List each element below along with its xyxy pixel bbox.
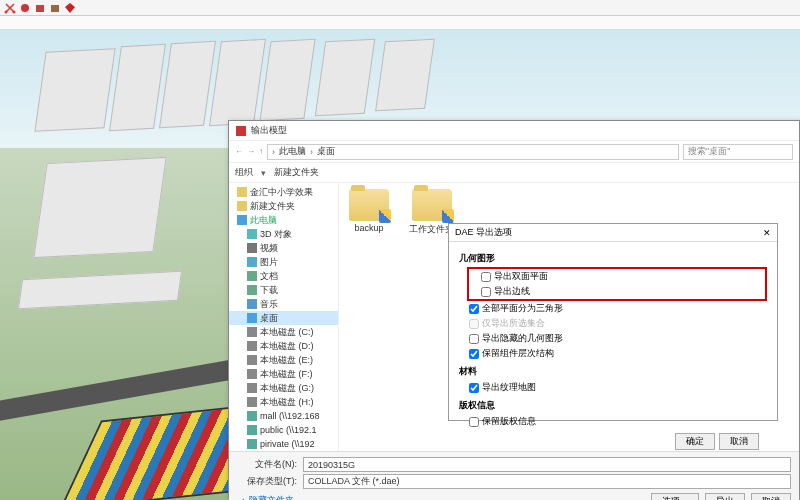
search-input[interactable]: 搜索"桌面" — [683, 144, 793, 160]
tree-item[interactable]: 下载 — [229, 283, 338, 297]
opts-cancel-button[interactable]: 取消 — [719, 433, 759, 450]
tree-label: 本地磁盘 (G:) — [260, 382, 314, 395]
tree-item[interactable]: 金汇中小学效果 — [229, 185, 338, 199]
block2-icon[interactable] — [49, 2, 61, 14]
tree-label: 音乐 — [260, 298, 278, 311]
folder-icon — [237, 201, 247, 211]
tree-item[interactable]: 桌面 — [229, 311, 338, 325]
filename-label: 文件名(N): — [237, 458, 297, 471]
tree-item[interactable]: 本地磁盘 (E:) — [229, 353, 338, 367]
tree-label: mall (\\192.168 — [260, 411, 320, 421]
tree-item[interactable]: 本地磁盘 (C:) — [229, 325, 338, 339]
hide-folders-link[interactable]: ▴ 隐藏文件夹 — [241, 494, 294, 500]
filetype-label: 保存类型(T): — [237, 475, 297, 488]
desktop-icon — [247, 313, 257, 323]
breadcrumb[interactable]: › 此电脑 › 桌面 — [267, 144, 679, 160]
opt-selection-only[interactable]: 仅导出所选集合 — [459, 316, 767, 331]
options-button[interactable]: 选项... — [651, 493, 699, 500]
file-item[interactable]: backup — [349, 189, 389, 233]
tree-item[interactable]: 3D 对象 — [229, 227, 338, 241]
tree-item[interactable]: mall (\\192.168 — [229, 409, 338, 423]
svg-rect-4 — [51, 5, 59, 12]
section-material: 材料 — [459, 365, 767, 378]
opts-ok-button[interactable]: 确定 — [675, 433, 715, 450]
tree-item[interactable]: 本地磁盘 (D:) — [229, 339, 338, 353]
net-icon — [247, 439, 257, 449]
app-icon — [235, 125, 247, 137]
folder-icon — [349, 189, 389, 221]
tree-label: 本地磁盘 (D:) — [260, 340, 314, 353]
folder-icon — [237, 187, 247, 197]
tree-label: 本地磁盘 (C:) — [260, 326, 314, 339]
opt-hierarchy[interactable]: 保留组件层次结构 — [459, 346, 767, 361]
dialog-title: 输出模型 — [251, 124, 287, 137]
opt-hidden-geom[interactable]: 导出隐藏的几何图形 — [459, 331, 767, 346]
organize-menu[interactable]: 组织 — [235, 166, 253, 179]
tree-item[interactable]: public (\\192.1 — [229, 423, 338, 437]
dl-icon — [247, 285, 257, 295]
tree-label: public (\\192.1 — [260, 425, 317, 435]
tree-item[interactable]: 此电脑 — [229, 213, 338, 227]
cancel-button[interactable]: 取消 — [751, 493, 791, 500]
breadcrumb-seg[interactable]: 此电脑 — [279, 145, 306, 158]
main-toolbar — [0, 0, 800, 16]
newfolder-button[interactable]: 新建文件夹 — [274, 166, 319, 179]
folder-tree[interactable]: 金汇中小学效果新建文件夹此电脑3D 对象视频图片文档下载音乐桌面本地磁盘 (C:… — [229, 183, 339, 451]
tree-item[interactable]: 图片 — [229, 255, 338, 269]
disk-icon — [247, 397, 257, 407]
titlebar: 输出模型 — [229, 121, 799, 141]
doc-icon — [247, 271, 257, 281]
tree-label: 金汇中小学效果 — [250, 186, 313, 199]
tree-label: 本地磁盘 (F:) — [260, 368, 313, 381]
block-icon[interactable] — [34, 2, 46, 14]
net-icon — [247, 411, 257, 421]
tree-label: 视频 — [260, 242, 278, 255]
tree-label: 新建文件夹 — [250, 200, 295, 213]
dialog-footer: 文件名(N): 20190315G 保存类型(T): COLLADA 文件 (*… — [229, 451, 799, 500]
file-label: backup — [349, 223, 389, 233]
opt-textures[interactable]: 导出纹理地图 — [459, 380, 767, 395]
secondary-toolbar — [0, 16, 800, 30]
opt-credits[interactable]: 保留版权信息 — [459, 414, 767, 429]
opt-edges[interactable]: 导出边线 — [471, 284, 763, 299]
breadcrumb-seg[interactable]: 桌面 — [317, 145, 335, 158]
disk-icon — [247, 341, 257, 351]
tree-item[interactable]: 本地磁盘 (G:) — [229, 381, 338, 395]
export-button[interactable]: 导出 — [705, 493, 745, 500]
gem-icon[interactable] — [64, 2, 76, 14]
nav-fwd-icon[interactable]: → — [247, 147, 255, 156]
opt-two-sided[interactable]: 导出双面平面 — [471, 269, 763, 284]
tree-label: 下载 — [260, 284, 278, 297]
scissors-icon[interactable] — [4, 2, 16, 14]
pc-icon — [237, 215, 247, 225]
tree-label: 本地磁盘 (E:) — [260, 354, 313, 367]
disk-icon — [247, 327, 257, 337]
gear-icon[interactable] — [19, 2, 31, 14]
opts-title: DAE 导出选项 — [455, 226, 512, 239]
tree-item[interactable]: 本地磁盘 (F:) — [229, 367, 338, 381]
svg-rect-5 — [236, 126, 246, 136]
disk-icon — [247, 369, 257, 379]
tree-item[interactable]: 文档 — [229, 269, 338, 283]
filename-field[interactable]: 20190315G — [303, 457, 791, 472]
tree-item[interactable]: 新建文件夹 — [229, 199, 338, 213]
tree-item[interactable]: 本地磁盘 (H:) — [229, 395, 338, 409]
dae-options-dialog: DAE 导出选项 ✕ 几何图形 导出双面平面 导出边线 全部平面分为三角形 仅导… — [448, 223, 778, 421]
tree-label: 3D 对象 — [260, 228, 292, 241]
tree-label: 本地磁盘 (H:) — [260, 396, 314, 409]
tree-label: 此电脑 — [250, 214, 277, 227]
opt-triangulate[interactable]: 全部平面分为三角形 — [459, 301, 767, 316]
section-credits: 版权信息 — [459, 399, 767, 412]
nav-back-icon[interactable]: ← — [235, 147, 243, 156]
filetype-field[interactable]: COLLADA 文件 (*.dae) — [303, 474, 791, 489]
music-icon — [247, 299, 257, 309]
close-icon[interactable]: ✕ — [763, 228, 771, 238]
pic-icon — [247, 257, 257, 267]
svg-rect-3 — [36, 5, 44, 12]
tree-label: 图片 — [260, 256, 278, 269]
folder-icon — [412, 189, 452, 221]
tree-item[interactable]: 音乐 — [229, 297, 338, 311]
nav-up-icon[interactable]: ↑ — [259, 147, 263, 156]
tree-item[interactable]: pirivate (\\192 — [229, 437, 338, 451]
tree-item[interactable]: 视频 — [229, 241, 338, 255]
